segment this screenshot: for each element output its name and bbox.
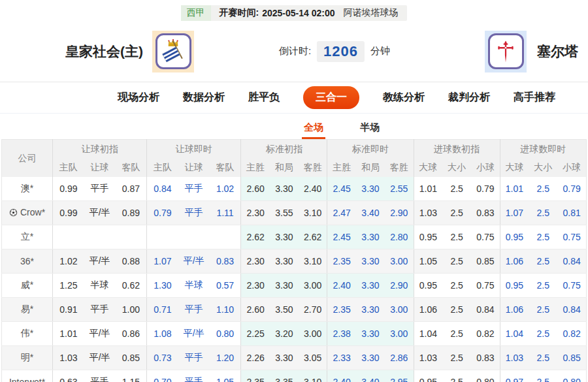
company-name: 易* [21,304,33,314]
odds-cell: 2.35 [327,298,356,322]
odds-cell: 0.75 [557,225,586,249]
company-cell[interactable]: 立* [2,225,53,249]
odds-cell: 2.5 [529,225,557,249]
odds-cell: 3.30 [356,322,385,346]
col-header: 让球 [178,159,210,177]
odds-cell: 3.10 [299,201,327,225]
tab-three-in-one[interactable]: 三合一 [303,86,359,109]
group-header-standard-live: 标准即时 [327,140,414,159]
odds-cell: 0.84 [147,177,178,201]
odds-cell: 2.80 [385,225,414,249]
odds-table-header: 公司 让球初指 让球即时 标准初指 标准即时 进球数初指 进球数即时 主队 让球… [2,140,587,178]
countdown-unit: 分钟 [370,45,390,57]
celta-vigo-crest-icon [488,33,524,69]
odds-cell: 0.95 [500,274,529,298]
match-info-bar: 西甲 开赛时间: 2025-05-14 02:00 阿诺埃塔球场 [0,0,588,21]
odds-cell: 0.89 [116,201,147,225]
odds-cell: 2.5 [442,249,471,274]
tab-referee-analysis[interactable]: 裁判分析 [448,91,490,104]
odds-cell: 2.40 [299,177,327,201]
tab-coach-analysis[interactable]: 教练分析 [383,91,425,104]
odds-cell: 平手 [84,370,116,382]
odds-cell: 0.82 [471,322,500,346]
soccer-ball-icon [9,208,18,219]
odds-cell: 3.30 [270,274,299,298]
odds-cell: 2.5 [529,370,557,382]
odds-cell: 1.20 [210,346,241,370]
odds-cell: 1.03 [414,346,442,370]
odds-cell: 3.30 [356,346,385,370]
odds-cell: 1.25 [53,274,84,298]
odds-cell: 1.05 [210,370,241,382]
company-name: 威* [21,279,33,290]
league-badge: 西甲 [181,5,211,21]
col-header: 小球 [471,159,500,177]
odds-cell: 0.95 [414,370,442,382]
company-cell[interactable]: 易* [2,298,53,322]
odds-cell: 平手 [84,298,116,322]
odds-cell: 2.5 [442,177,471,201]
odds-table-body: 澳*0.99平手0.870.84平手1.022.603.302.402.453.… [2,177,587,382]
odds-cell: 1.11 [210,201,241,225]
odds-cell: 2.35 [327,249,356,274]
odds-cell: 2.90 [385,274,414,298]
odds-cell: 0.57 [210,274,241,298]
odds-cell: 2.95 [385,370,414,382]
analysis-nav: 现场分析 数据分析 胜平负 三合一 教练分析 裁判分析 高手推荐 [0,82,588,114]
odds-cell: 2.86 [385,346,414,370]
company-cell[interactable]: 伟* [2,322,53,346]
odds-cell: 1.02 [53,249,84,274]
odds-cell: 2.40 [327,370,356,382]
odds-cell: 3.30 [356,298,385,322]
odds-cell: 0.91 [53,298,84,322]
odds-cell: 3.00 [299,322,327,346]
odds-cell: 3.00 [299,274,327,298]
tab-full-match[interactable]: 全场 [302,118,325,139]
company-cell[interactable]: Crow* [2,201,53,225]
odds-cell: 2.70 [299,298,327,322]
odds-cell: 0.95 [414,225,442,249]
venue-name: 阿诺埃塔球场 [343,7,398,19]
odds-cell: 2.60 [241,298,270,322]
col-header: 客胜 [385,159,414,177]
company-cell[interactable]: 36* [2,249,53,274]
odds-cell: 3.30 [356,225,385,249]
tab-half-match[interactable]: 半场 [358,118,382,139]
odds-cell: 0.99 [53,177,84,201]
odds-cell: 0.85 [557,346,586,370]
company-cell[interactable]: Interwet* [2,370,53,382]
tab-data-analysis[interactable]: 数据分析 [183,91,225,104]
odds-cell: 1.05 [414,249,442,274]
company-cell[interactable]: 明* [2,346,53,370]
away-team: 塞尔塔 [485,31,578,72]
odds-cell: 3.05 [299,346,327,370]
odds-cell: 2.45 [327,225,356,249]
odds-cell: 2.5 [442,274,471,298]
company-cell[interactable]: 澳* [2,177,53,201]
odds-cell: 2.25 [241,322,270,346]
odds-cell: 平手 [178,298,210,322]
group-header-handicap-initial: 让球初指 [53,140,147,159]
col-header: 大球 [500,159,529,177]
odds-cell: 1.30 [147,274,178,298]
odds-cell: 1.04 [414,322,442,346]
odds-cell: 2.45 [327,177,356,201]
odds-cell: 0.62 [116,274,147,298]
tab-live-analysis[interactable]: 现场分析 [118,91,159,104]
table-row: 36*1.02平/半0.881.07平/半0.832.303.303.102.3… [2,249,587,274]
odds-cell: 1.08 [147,322,178,346]
odds-cell [116,225,147,249]
tab-expert-picks[interactable]: 高手推荐 [514,91,555,104]
odds-cell: 0.84 [557,298,586,322]
tab-win-draw-lose[interactable]: 胜平负 [248,91,280,104]
col-header: 主队 [147,159,178,177]
odds-table: 公司 让球初指 让球即时 标准初指 标准即时 进球数初指 进球数即时 主队 让球… [1,139,587,382]
company-cell[interactable]: 威* [2,274,53,298]
odds-cell: 3.40 [356,370,385,382]
countdown-label: 倒计时: [279,45,311,57]
odds-cell: 1.06 [500,298,529,322]
table-row: Interwet*0.63平手1.150.70平手1.052.353.353.1… [2,370,587,382]
odds-cell: 平手 [178,346,210,370]
odds-cell: 2.40 [327,274,356,298]
table-row: 伟*1.01平/半0.861.08平/半0.802.253.203.002.38… [2,322,587,346]
